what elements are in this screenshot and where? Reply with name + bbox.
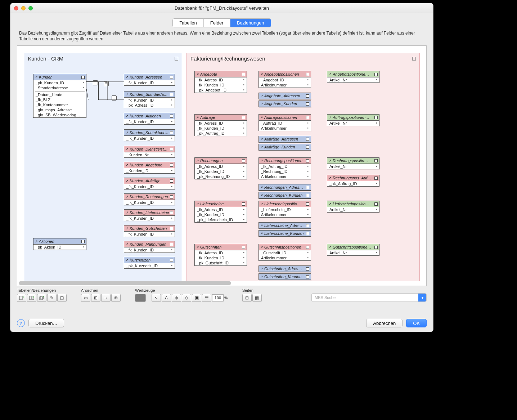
table-rechnungen-kunden[interactable]: ↗Rechnungen_Kunden (258, 192, 311, 199)
pointer-tool-button[interactable]: ↖ (152, 294, 161, 302)
resize-button[interactable]: ↔ (101, 294, 111, 302)
table-rechnungspos-auftrag[interactable]: ↗Rechnungspos_Auf…_pk_Auftrag_ID• (327, 175, 379, 187)
table-gutschriftspositionen[interactable]: ↗Gutschriftspositionen_Gutschrift_ID•Art… (258, 244, 311, 261)
dialog-footer: ? Drucken… Abbrechen OK (10, 314, 433, 332)
search-placeholder: MBS Suche (312, 295, 418, 300)
table-kunden-angebote[interactable]: ↗Kunden_Angebote_Kunden_ID• (124, 162, 175, 174)
table-kunden-auftraege[interactable]: ↗Kunden_Aufträge_fk_Kunden_ID• (124, 178, 175, 189)
select-related-button[interactable]: ☰ (202, 294, 211, 302)
table-auftraege[interactable]: ↗Aufträge_fk_Adress_ID•_fk_Kunden_ID•_pk… (194, 114, 247, 136)
table-angebotspositionen[interactable]: ↗Angebotspositionen_Angebot_ID•Artikelnu… (258, 71, 311, 88)
page-setup-button[interactable]: ▦ (252, 294, 262, 302)
zoom-unit: % (224, 296, 228, 300)
toolbar-group-arrange-label: Anordnen (81, 288, 121, 292)
table-lieferscheine-adressen[interactable]: ↗Lieferscheine_Adre… (258, 222, 311, 229)
table-angebote-adressen[interactable]: ↗Angebote_Adressen (258, 93, 311, 99)
add-relation-button[interactable]: + (27, 294, 36, 302)
duplicate-table-button[interactable]: + (37, 294, 46, 302)
window-controls (14, 6, 33, 10)
relations-canvas[interactable]: Kunden - CRM Fakturierung/Rechnungswesen… (17, 45, 427, 286)
svg-text:+: + (33, 296, 34, 299)
toolbar-group-pages-label: Seiten (242, 288, 262, 292)
tab-relations[interactable]: Beziehungen (230, 19, 271, 27)
table-kunden-aktionen[interactable]: ↗Kunden_Aktionen_fk_Kunden_ID• (124, 113, 175, 125)
svg-rect-0 (19, 296, 22, 300)
table-gutschriften-kunden[interactable]: ↗Gutschriften_Kunden (258, 273, 311, 280)
toolbar-group-tables-label: Tabellen/Beziehungen (17, 288, 67, 292)
tab-fields[interactable]: Felder (204, 19, 230, 27)
table-kunden-kontaktpersonen[interactable]: ↗Kunden_Kontaktper…_fk_Kunden_ID• (124, 129, 175, 141)
svg-rect-5 (40, 297, 42, 300)
table-auftragspositionen[interactable]: ↗Auftragspositionen_Auftrag_ID•Artikelnu… (258, 114, 311, 131)
close-icon[interactable] (14, 6, 18, 10)
toolbar-group-tools-label: Werkzeuge (135, 288, 228, 292)
zoom-in-button[interactable]: ⊕ (172, 294, 181, 302)
arrange-button[interactable]: ⧉ (111, 294, 121, 302)
add-table-button[interactable]: + (17, 294, 26, 302)
svg-text:+: + (22, 296, 24, 299)
maximize-icon[interactable] (28, 6, 33, 10)
table-rechnungen[interactable]: ↗Rechnungen_fk_Adress_ID•_fk_Kunden_ID•_… (194, 157, 247, 179)
svg-rect-2 (30, 296, 31, 300)
table-rechnungen-adressen[interactable]: ↗Rechnungen_Adres… (258, 184, 311, 191)
view-tabs: Tabellen Felder Beziehungen (172, 18, 271, 27)
table-auftragspositionen-artikel[interactable]: ↗Auftragspositionen…Artikel_Nr• (327, 114, 379, 126)
table-lieferscheinpositionen-artikel[interactable]: ↗Lieferscheinpositio…Artikel_Nr• (327, 201, 379, 213)
table-kunden-lieferscheine[interactable]: ↗Kunden_Lieferscheine_fk_Kunden_ID• (124, 209, 175, 221)
ok-button[interactable]: OK (406, 319, 427, 327)
text-tool-button[interactable]: A (162, 294, 171, 302)
chevron-down-icon[interactable]: ▾ (418, 294, 426, 301)
table-lieferscheine[interactable]: ↗Lieferscheine_fk_Adress_ID•_fk_Kunden_I… (194, 201, 247, 223)
collapse-icon[interactable] (175, 57, 178, 61)
table-kunden-rechnungen[interactable]: ↗Kunden_Rechnungen_fk_Kunden_ID• (124, 193, 175, 205)
table-gutschriftspositionen-artikel[interactable]: ↗Gutschriftspositione…Artikel_Nr• (327, 244, 379, 256)
svg-text:+: + (43, 296, 44, 299)
table-kunden-gutschriften[interactable]: ↗Kunden_Gutschriften_fk_Kunden_ID• (124, 225, 175, 237)
align-left-button[interactable]: ▭ (81, 294, 90, 302)
table-gutschriften[interactable]: ↗Gutschriften_fk_Adress_ID•_fk_Kunden_ID… (194, 244, 247, 266)
table-lieferscheine-kunden[interactable]: ↗Lieferscheine_Kunden (258, 230, 311, 237)
titlebar[interactable]: Datenbank für "gFM_Drucklayouts" verwalt… (10, 3, 433, 13)
distribute-horizontal-button[interactable]: ⊞ (91, 294, 100, 302)
relation-operator-icon[interactable]: = (104, 81, 109, 86)
table-rechnungspositionen-artikel[interactable]: ↗Rechnungspositio…Artikel_Nr• (327, 157, 379, 169)
table-kurznotizen[interactable]: ↗Kurznotizen_pk_Kurznotiz_ID• (124, 257, 175, 269)
search-combobox[interactable]: MBS Suche ▾ (311, 293, 427, 302)
table-angebote-kunden[interactable]: ↗Angebote_Kunden (258, 100, 311, 107)
table-kunden-dienstleistungen[interactable]: ↗Kunden_Dienstleist…_Kunden_Nr• (124, 146, 175, 158)
fit-window-button[interactable]: ▣ (192, 294, 201, 302)
tab-tables[interactable]: Tabellen (173, 19, 203, 27)
group-crm-title: Kunden - CRM (28, 55, 63, 62)
window-title: Datenbank für "gFM_Drucklayouts" verwalt… (10, 5, 433, 11)
table-kunden[interactable]: ↗Kunden_pk_Kunden_ID•_Standardadresse•_D… (33, 74, 86, 118)
print-button[interactable]: Drucken… (28, 319, 64, 327)
toolbar: Tabellen/Beziehungen + + + ✎ Anordnen ▭ … (10, 286, 433, 302)
relation-operator-icon[interactable]: = (112, 95, 117, 100)
table-aktionen[interactable]: ↗Aktionen_pk_Aktion_ID• (33, 238, 86, 250)
description-text: Das Beziehungsdiagramm gibt Zugriff auf … (10, 30, 433, 45)
zoom-out-button[interactable]: ⊖ (182, 294, 191, 302)
table-gutschriften-adressen[interactable]: ↗Gutschriften_Adres… (258, 265, 311, 272)
page-breaks-button[interactable]: ⊞ (242, 294, 252, 302)
table-kunden-mahnungen[interactable]: ↗Kunden_Mahnungen_fk_Kunden_ID• (124, 241, 175, 253)
table-angebote[interactable]: ↗Angebote_fk_Adress_ID•_fk_Kunden_ID•_pk… (194, 71, 247, 93)
table-kunden-standardadresse[interactable]: ↗Kunden_Standarda…_fk_Kunden_ID•_pk_Adre… (124, 91, 175, 108)
horizontal-scrollbar[interactable] (17, 281, 426, 286)
relation-operator-icon[interactable]: = (93, 80, 98, 85)
table-auftraege-kunden[interactable]: ↗Aufträge_Kunden (258, 144, 311, 151)
table-kunden-adressen[interactable]: ↗Kunden_Adressen_fk_Kunden_ID• (124, 74, 175, 86)
table-angebotspositionen-artikel[interactable]: ↗Angebotspositione…Artikel_Nr• (327, 71, 379, 83)
edit-button[interactable]: ✎ (47, 294, 57, 302)
delete-button[interactable] (57, 294, 67, 302)
minimize-icon[interactable] (21, 6, 26, 10)
zoom-input[interactable] (212, 294, 224, 301)
table-rechnungspositionen[interactable]: ↗Rechnungspositionen_fk_Auftrag_ID•_Rech… (258, 157, 311, 179)
help-button[interactable]: ? (17, 319, 25, 327)
color-swatch-button[interactable] (135, 294, 146, 302)
database-relations-window: Datenbank für "gFM_Drucklayouts" verwalt… (10, 3, 433, 332)
collapse-icon[interactable] (412, 57, 416, 61)
table-lieferscheinpositionen[interactable]: ↗Lieferscheinpositio…_Lieferschein_ID•Ar… (258, 201, 311, 218)
table-auftraege-adressen[interactable]: ↗Aufträge_Adressen (258, 136, 311, 143)
group-billing-title: Fakturierung/Rechnungswesen (190, 55, 265, 62)
cancel-button[interactable]: Abbrechen (366, 319, 403, 327)
